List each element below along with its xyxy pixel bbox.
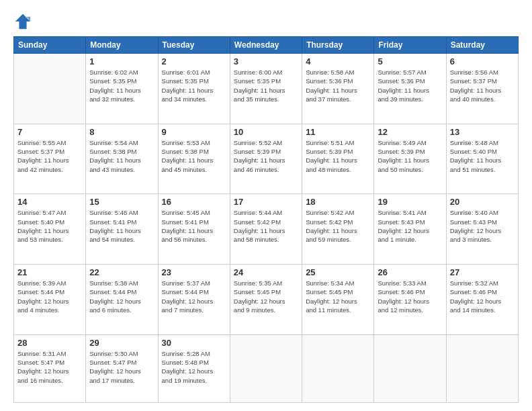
day-number: 25 bbox=[306, 267, 370, 277]
day-number: 21 bbox=[17, 267, 82, 277]
day-info: Sunrise: 5:41 AM Sunset: 5:43 PM Dayligh… bbox=[378, 208, 442, 244]
calendar-cell: 15Sunrise: 5:46 AM Sunset: 5:41 PM Dayli… bbox=[86, 194, 158, 265]
page: SundayMondayTuesdayWednesdayThursdayFrid… bbox=[0, 0, 532, 411]
calendar-cell: 2Sunrise: 6:01 AM Sunset: 5:35 PM Daylig… bbox=[158, 54, 230, 124]
calendar-cell: 4Sunrise: 5:58 AM Sunset: 5:36 PM Daylig… bbox=[302, 54, 374, 124]
day-number: 18 bbox=[306, 197, 370, 207]
calendar-cell bbox=[374, 334, 446, 402]
calendar-cell: 17Sunrise: 5:44 AM Sunset: 5:42 PM Dayli… bbox=[230, 194, 302, 265]
weekday-header-tuesday: Tuesday bbox=[158, 37, 230, 54]
calendar-cell bbox=[446, 334, 518, 402]
calendar-week-row: 21Sunrise: 5:39 AM Sunset: 5:44 PM Dayli… bbox=[14, 265, 519, 335]
day-info: Sunrise: 5:51 AM Sunset: 5:39 PM Dayligh… bbox=[306, 138, 370, 174]
day-number: 23 bbox=[162, 267, 226, 277]
calendar-cell: 7Sunrise: 5:55 AM Sunset: 5:37 PM Daylig… bbox=[14, 124, 86, 194]
day-number: 27 bbox=[450, 267, 515, 277]
calendar-cell: 29Sunrise: 5:30 AM Sunset: 5:47 PM Dayli… bbox=[86, 334, 158, 402]
calendar-cell: 14Sunrise: 5:47 AM Sunset: 5:40 PM Dayli… bbox=[14, 194, 86, 265]
day-number: 19 bbox=[378, 197, 442, 207]
calendar-week-row: 7Sunrise: 5:55 AM Sunset: 5:37 PM Daylig… bbox=[14, 124, 519, 194]
calendar-cell: 13Sunrise: 5:48 AM Sunset: 5:40 PM Dayli… bbox=[446, 124, 518, 194]
day-info: Sunrise: 5:55 AM Sunset: 5:37 PM Dayligh… bbox=[17, 138, 82, 174]
calendar-cell: 16Sunrise: 5:45 AM Sunset: 5:41 PM Dayli… bbox=[158, 194, 230, 265]
day-number: 12 bbox=[378, 127, 442, 137]
day-info: Sunrise: 5:45 AM Sunset: 5:41 PM Dayligh… bbox=[162, 208, 226, 244]
calendar-cell bbox=[14, 54, 86, 124]
day-number: 10 bbox=[234, 127, 298, 137]
svg-marker-0 bbox=[15, 14, 30, 29]
calendar-cell: 26Sunrise: 5:33 AM Sunset: 5:46 PM Dayli… bbox=[374, 265, 446, 335]
day-info: Sunrise: 5:58 AM Sunset: 5:36 PM Dayligh… bbox=[306, 68, 370, 103]
calendar-cell: 20Sunrise: 5:40 AM Sunset: 5:43 PM Dayli… bbox=[446, 194, 518, 265]
day-info: Sunrise: 5:52 AM Sunset: 5:39 PM Dayligh… bbox=[234, 138, 298, 174]
weekday-header-saturday: Saturday bbox=[446, 37, 518, 54]
day-number: 30 bbox=[162, 338, 226, 348]
day-number: 9 bbox=[162, 127, 226, 137]
calendar-cell: 18Sunrise: 5:42 AM Sunset: 5:42 PM Dayli… bbox=[302, 194, 374, 265]
day-info: Sunrise: 5:57 AM Sunset: 5:36 PM Dayligh… bbox=[378, 68, 442, 103]
day-info: Sunrise: 5:38 AM Sunset: 5:44 PM Dayligh… bbox=[89, 279, 154, 314]
calendar-cell bbox=[230, 334, 302, 402]
day-number: 2 bbox=[162, 56, 226, 66]
day-info: Sunrise: 6:02 AM Sunset: 5:35 PM Dayligh… bbox=[89, 68, 154, 103]
day-info: Sunrise: 5:44 AM Sunset: 5:42 PM Dayligh… bbox=[234, 208, 298, 244]
calendar-cell: 30Sunrise: 5:28 AM Sunset: 5:48 PM Dayli… bbox=[158, 334, 230, 402]
day-number: 28 bbox=[17, 338, 82, 348]
calendar-cell: 10Sunrise: 5:52 AM Sunset: 5:39 PM Dayli… bbox=[230, 124, 302, 194]
day-number: 6 bbox=[450, 56, 515, 66]
day-number: 13 bbox=[450, 127, 515, 137]
calendar-cell: 27Sunrise: 5:32 AM Sunset: 5:46 PM Dayli… bbox=[446, 265, 518, 335]
day-number: 29 bbox=[89, 338, 154, 348]
day-info: Sunrise: 5:37 AM Sunset: 5:44 PM Dayligh… bbox=[162, 279, 226, 314]
day-number: 1 bbox=[89, 56, 154, 66]
day-info: Sunrise: 5:33 AM Sunset: 5:46 PM Dayligh… bbox=[378, 279, 442, 314]
day-info: Sunrise: 5:48 AM Sunset: 5:40 PM Dayligh… bbox=[450, 138, 515, 174]
day-number: 20 bbox=[450, 197, 515, 207]
day-info: Sunrise: 5:30 AM Sunset: 5:47 PM Dayligh… bbox=[89, 349, 154, 385]
day-info: Sunrise: 5:32 AM Sunset: 5:46 PM Dayligh… bbox=[450, 279, 515, 314]
weekday-header-friday: Friday bbox=[374, 37, 446, 54]
day-number: 15 bbox=[89, 197, 154, 207]
calendar-cell: 11Sunrise: 5:51 AM Sunset: 5:39 PM Dayli… bbox=[302, 124, 374, 194]
day-number: 5 bbox=[378, 56, 442, 66]
day-info: Sunrise: 5:34 AM Sunset: 5:45 PM Dayligh… bbox=[306, 279, 370, 314]
weekday-header-sunday: Sunday bbox=[14, 37, 86, 54]
day-number: 14 bbox=[17, 197, 82, 207]
calendar-cell: 19Sunrise: 5:41 AM Sunset: 5:43 PM Dayli… bbox=[374, 194, 446, 265]
calendar-cell: 12Sunrise: 5:49 AM Sunset: 5:39 PM Dayli… bbox=[374, 124, 446, 194]
day-number: 3 bbox=[234, 56, 298, 66]
calendar-cell: 22Sunrise: 5:38 AM Sunset: 5:44 PM Dayli… bbox=[86, 265, 158, 335]
day-number: 22 bbox=[89, 267, 154, 277]
calendar-cell: 8Sunrise: 5:54 AM Sunset: 5:38 PM Daylig… bbox=[86, 124, 158, 194]
weekday-header-wednesday: Wednesday bbox=[230, 37, 302, 54]
day-info: Sunrise: 5:40 AM Sunset: 5:43 PM Dayligh… bbox=[450, 208, 515, 244]
day-info: Sunrise: 5:53 AM Sunset: 5:38 PM Dayligh… bbox=[162, 138, 226, 174]
calendar-week-row: 28Sunrise: 5:31 AM Sunset: 5:47 PM Dayli… bbox=[14, 334, 519, 402]
day-info: Sunrise: 5:54 AM Sunset: 5:38 PM Dayligh… bbox=[89, 138, 154, 174]
logo bbox=[13, 12, 35, 31]
day-info: Sunrise: 5:49 AM Sunset: 5:39 PM Dayligh… bbox=[378, 138, 442, 174]
calendar-cell: 3Sunrise: 6:00 AM Sunset: 5:35 PM Daylig… bbox=[230, 54, 302, 124]
weekday-header-thursday: Thursday bbox=[302, 37, 374, 54]
day-info: Sunrise: 5:31 AM Sunset: 5:47 PM Dayligh… bbox=[17, 349, 82, 385]
day-info: Sunrise: 6:00 AM Sunset: 5:35 PM Dayligh… bbox=[234, 68, 298, 103]
calendar-cell: 6Sunrise: 5:56 AM Sunset: 5:37 PM Daylig… bbox=[446, 54, 518, 124]
day-info: Sunrise: 5:42 AM Sunset: 5:42 PM Dayligh… bbox=[306, 208, 370, 244]
calendar-cell: 24Sunrise: 5:35 AM Sunset: 5:45 PM Dayli… bbox=[230, 265, 302, 335]
day-number: 8 bbox=[89, 127, 154, 137]
day-number: 24 bbox=[234, 267, 298, 277]
day-number: 26 bbox=[378, 267, 442, 277]
day-info: Sunrise: 5:35 AM Sunset: 5:45 PM Dayligh… bbox=[234, 279, 298, 314]
day-number: 17 bbox=[234, 197, 298, 207]
day-info: Sunrise: 5:46 AM Sunset: 5:41 PM Dayligh… bbox=[89, 208, 154, 244]
day-info: Sunrise: 5:47 AM Sunset: 5:40 PM Dayligh… bbox=[17, 208, 82, 244]
weekday-header-monday: Monday bbox=[86, 37, 158, 54]
logo-icon bbox=[13, 12, 32, 31]
day-number: 4 bbox=[306, 56, 370, 66]
calendar-cell: 1Sunrise: 6:02 AM Sunset: 5:35 PM Daylig… bbox=[86, 54, 158, 124]
calendar-cell: 9Sunrise: 5:53 AM Sunset: 5:38 PM Daylig… bbox=[158, 124, 230, 194]
day-info: Sunrise: 5:56 AM Sunset: 5:37 PM Dayligh… bbox=[450, 68, 515, 103]
day-number: 11 bbox=[306, 127, 370, 137]
calendar-cell: 28Sunrise: 5:31 AM Sunset: 5:47 PM Dayli… bbox=[14, 334, 86, 402]
calendar-week-row: 14Sunrise: 5:47 AM Sunset: 5:40 PM Dayli… bbox=[14, 194, 519, 265]
